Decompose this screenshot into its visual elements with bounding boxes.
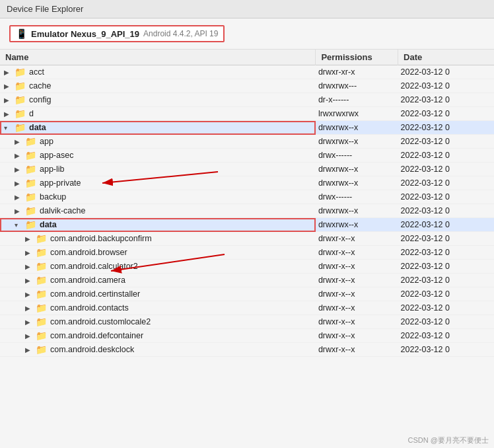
folder-icon: 📁 xyxy=(25,178,36,188)
row-name-cell: ▶📁d xyxy=(0,107,316,121)
expand-arrow[interactable]: ▶ xyxy=(25,291,34,298)
table-row[interactable]: ▶📁com.android.contactsdrwxr-x--x2022-03-… xyxy=(0,301,494,315)
folder-icon: 📁 xyxy=(15,81,26,91)
row-date: 2022-03-12 0 xyxy=(398,121,494,135)
col-name[interactable]: Name xyxy=(0,50,316,65)
row-name-cell: ▶📁dalvik-cache xyxy=(0,204,316,218)
folder-icon: 📁 xyxy=(25,192,36,202)
folder-icon: 📁 xyxy=(36,330,47,341)
row-name-text: app-lib xyxy=(40,165,65,174)
expand-arrow[interactable]: ▶ xyxy=(4,83,13,90)
expand-arrow[interactable]: ▶ xyxy=(25,249,34,256)
expand-arrow[interactable]: ▶ xyxy=(4,110,13,118)
row-name-cell: ▶📁com.android.defcontainer xyxy=(0,329,316,343)
row-permissions: dr-x------ xyxy=(316,93,398,107)
expand-arrow[interactable]: ▶ xyxy=(25,332,34,340)
row-name-text: data xyxy=(40,220,57,229)
expand-arrow[interactable]: ▶ xyxy=(25,235,34,243)
row-date: 2022-03-12 0 xyxy=(398,65,494,79)
row-date: 2022-03-12 0 xyxy=(398,149,494,163)
row-date: 2022-03-12 0 xyxy=(398,176,494,190)
row-name-cell: ▶📁backup xyxy=(0,190,316,204)
table-header: Name Permissions Date xyxy=(0,50,494,65)
col-permissions[interactable]: Permissions xyxy=(316,50,398,65)
row-name-cell: ▶📁com.android.customlocale2 xyxy=(0,315,316,329)
table-row[interactable]: ▶📁app-libdrwxrwx--x2022-03-12 0 xyxy=(0,163,494,176)
table-row[interactable]: ▶📁configdr-x------2022-03-12 0 xyxy=(0,93,494,107)
row-name-text: app xyxy=(40,137,53,146)
expand-arrow[interactable]: ▶ xyxy=(25,346,34,354)
device-selector[interactable]: 📱 Emulator Nexus_9_API_19 Android 4.4.2,… xyxy=(9,25,225,42)
row-name-text: com.android.calculator2 xyxy=(50,262,138,271)
table-row[interactable]: ▶📁com.android.calculator2drwxr-x--x2022-… xyxy=(0,260,494,274)
table-row[interactable]: ▾📁datadrwxrwx--x2022-03-12 0 xyxy=(0,121,494,135)
expand-arrow[interactable]: ▾ xyxy=(15,221,24,229)
row-permissions: drwxr-x--x xyxy=(316,329,398,343)
row-permissions: drwxrwx--x xyxy=(316,176,398,190)
expand-arrow[interactable]: ▾ xyxy=(4,124,13,131)
row-permissions: drwxrwx--x xyxy=(316,204,398,218)
expand-arrow[interactable]: ▶ xyxy=(4,69,13,76)
table-row[interactable]: ▶📁appdrwxrwx--x2022-03-12 0 xyxy=(0,135,494,149)
folder-icon: 📁 xyxy=(36,261,47,272)
expand-arrow[interactable]: ▶ xyxy=(4,96,13,104)
file-table: Name Permissions Date ▶📁acctdrwxr-xr-x20… xyxy=(0,50,494,357)
folder-icon: 📁 xyxy=(36,275,47,285)
table-row[interactable]: ▶📁com.android.backupconfirmdrwxr-x--x202… xyxy=(0,232,494,246)
table-row[interactable]: ▾📁datadrwxrwx--x2022-03-12 0 xyxy=(0,218,494,232)
table-row[interactable]: ▶📁com.android.deskclockdrwxr-x--x2022-03… xyxy=(0,343,494,357)
table-row[interactable]: ▶📁backupdrwx------2022-03-12 0 xyxy=(0,190,494,204)
table-row[interactable]: ▶📁com.android.cameradrwxr-x--x2022-03-12… xyxy=(0,274,494,287)
row-name-cell: ▶📁app-lib xyxy=(0,163,316,176)
row-permissions: drwxrwx--x xyxy=(316,135,398,149)
row-permissions: drwxrwx--- xyxy=(316,79,398,93)
expand-arrow[interactable]: ▶ xyxy=(15,138,24,145)
row-permissions: drwxr-x--x xyxy=(316,315,398,329)
row-name-cell: ▶📁app xyxy=(0,135,316,149)
col-date[interactable]: Date xyxy=(398,50,494,65)
device-sub: Android 4.4.2, API 19 xyxy=(143,29,218,38)
row-name-cell: ▶📁config xyxy=(0,93,316,107)
row-name-cell: ▶📁acct xyxy=(0,65,316,79)
row-name-cell: ▾📁data xyxy=(0,218,316,232)
expand-arrow[interactable]: ▶ xyxy=(25,318,34,326)
table-row[interactable]: ▶📁cachedrwxrwx---2022-03-12 0 xyxy=(0,79,494,93)
expand-arrow[interactable]: ▶ xyxy=(15,194,24,201)
table-row[interactable]: ▶📁com.android.certinstallerdrwxr-x--x202… xyxy=(0,287,494,301)
folder-icon: 📁 xyxy=(25,136,36,147)
table-row[interactable]: ▶📁app-privatedrwxrwx--x2022-03-12 0 xyxy=(0,176,494,190)
table-row[interactable]: ▶📁com.android.defcontainerdrwxr-x--x2022… xyxy=(0,329,494,343)
row-name-text: app-private xyxy=(40,178,81,188)
row-permissions: drwxr-xr-x xyxy=(316,65,398,79)
row-date: 2022-03-12 0 xyxy=(398,274,494,287)
table-row[interactable]: ▶📁app-asecdrwx------2022-03-12 0 xyxy=(0,149,494,163)
table-row[interactable]: ▶📁acctdrwxr-xr-x2022-03-12 0 xyxy=(0,65,494,79)
row-name-text: acct xyxy=(29,67,44,77)
folder-icon: 📁 xyxy=(25,219,36,230)
table-row[interactable]: ▶📁com.android.customlocale2drwxr-x--x202… xyxy=(0,315,494,329)
row-permissions: drwxr-x--x xyxy=(316,343,398,357)
expand-arrow[interactable]: ▶ xyxy=(25,305,34,312)
row-name-text: com.android.backupconfirm xyxy=(50,234,152,243)
table-row[interactable]: ▶📁dlrwxrwxrwx2022-03-12 0 xyxy=(0,107,494,121)
row-name-cell: ▶📁com.android.browser xyxy=(0,246,316,260)
row-date: 2022-03-12 0 xyxy=(398,315,494,329)
row-name-text: com.android.defcontainer xyxy=(50,331,143,340)
row-permissions: drwxr-x--x xyxy=(316,260,398,274)
row-name-cell: ▾📁data xyxy=(0,121,316,135)
table-row[interactable]: ▶📁dalvik-cachedrwxrwx--x2022-03-12 0 xyxy=(0,204,494,218)
expand-arrow[interactable]: ▶ xyxy=(15,166,24,173)
expand-arrow[interactable]: ▶ xyxy=(15,152,24,159)
expand-arrow[interactable]: ▶ xyxy=(15,207,24,215)
row-date: 2022-03-12 0 xyxy=(398,287,494,301)
table-row[interactable]: ▶📁com.android.browserdrwxr-x--x2022-03-1… xyxy=(0,246,494,260)
row-date: 2022-03-12 0 xyxy=(398,343,494,357)
title-text: Device File Explorer xyxy=(7,4,83,14)
expand-arrow[interactable]: ▶ xyxy=(15,180,24,187)
folder-icon: 📁 xyxy=(15,122,26,133)
expand-arrow[interactable]: ▶ xyxy=(25,263,34,270)
row-name-cell: ▶📁cache xyxy=(0,79,316,93)
row-date: 2022-03-12 0 xyxy=(398,107,494,121)
expand-arrow[interactable]: ▶ xyxy=(25,277,34,284)
row-name-text: app-asec xyxy=(40,151,73,160)
